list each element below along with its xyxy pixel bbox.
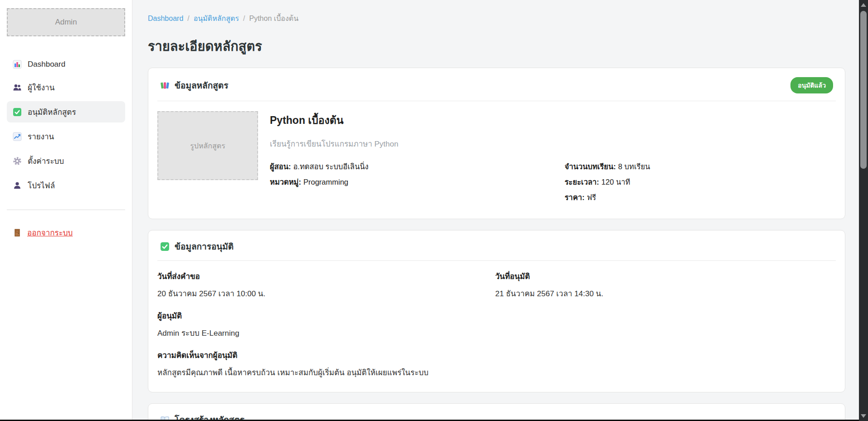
course-structure-card-header: โครงสร้างหลักสูตร [148, 404, 845, 421]
page-title: รายละเอียดหลักสูตร [148, 36, 845, 57]
request-date-value: 20 ธันวาคม 2567 เวลา 10:00 น. [157, 287, 495, 299]
approver-comment-value: หลักสูตรมีคุณภาพดี เนื้อหาครบถ้วน เหมาะส… [157, 366, 833, 378]
course-image-placeholder: รูปหลักสูตร [157, 111, 258, 180]
admin-logo-placeholder: Admin [7, 8, 125, 36]
approver-value: Admin ระบบ E-Learning [157, 327, 833, 339]
breadcrumb-link-course-approval[interactable]: อนุมัติหลักสูตร [194, 13, 239, 24]
sidebar-item-label: ผู้ใช้งาน [28, 81, 54, 93]
request-date-label: วันที่ส่งคำขอ [157, 270, 495, 282]
course-structure-card: โครงสร้างหลักสูตร [148, 403, 845, 421]
person-icon [13, 181, 22, 190]
approval-info-card: ข้อมูลการอนุมัติ วันที่ส่งคำขอ 20 ธันวาค… [148, 230, 845, 392]
course-field-price: ราคา:ฟรี [565, 191, 650, 203]
breadcrumb-separator: / [187, 15, 189, 23]
sidebar-item-course-approval[interactable]: อนุมัติหลักสูตร [7, 101, 125, 122]
logout-label: ออกจากระบบ [27, 226, 73, 239]
bar-chart-icon [13, 60, 22, 69]
approver-group: ผู้อนุมัติ Admin ระบบ E-Learning [157, 309, 833, 339]
logout-link[interactable]: ออกจากระบบ [7, 226, 125, 239]
course-description: เรียนรู้การเขียนโปรแกรมภาษา Python [270, 137, 833, 150]
vertical-scrollbar[interactable] [859, 0, 868, 421]
course-info-card: ข้อมูลหลักสูตร อนุมัติแล้ว รูปหลักสูตร P… [148, 68, 845, 219]
users-icon [13, 83, 22, 92]
course-field-duration: ระยะเวลา:120 นาที [565, 176, 650, 188]
door-icon [13, 228, 22, 237]
sidebar-item-settings[interactable]: ตั้งค่าระบบ [7, 150, 125, 171]
gear-icon [13, 157, 22, 166]
breadcrumb-separator: / [243, 15, 245, 23]
approve-date-label: วันที่อนุมัติ [495, 270, 833, 282]
course-field-category: หมวดหมู่:Programming [270, 176, 565, 188]
course-info-card-header: ข้อมูลหลักสูตร อนุมัติแล้ว [148, 68, 845, 101]
approver-comment-group: ความคิดเห็นจากผู้อนุมัติ หลักสูตรมีคุณภา… [157, 349, 833, 378]
sidebar-item-label: อนุมัติหลักสูตร [28, 106, 76, 118]
breadcrumb-current: Python เบื้องต้น [249, 13, 298, 24]
scrollbar-down-arrow-icon[interactable] [861, 414, 866, 418]
main-content: Dashboard / อนุมัติหลักสูตร / Python เบื… [133, 0, 859, 421]
course-image-placeholder-text: รูปหลักสูตร [190, 140, 225, 152]
admin-logo-text: Admin [55, 18, 77, 27]
course-field-instructor: ผู้สอน:อ.ทดสอบ ระบบอีเลินนิ่ง [270, 161, 565, 172]
sidebar-nav: Dashboard ผู้ใช้งาน อนุมัติหลักสูตร [7, 55, 125, 196]
sidebar-item-reports[interactable]: รายงาน [7, 126, 125, 147]
books-icon [160, 81, 170, 90]
course-field-lessons: จำนวนบทเรียน:8 บทเรียน [565, 161, 650, 172]
breadcrumb-link-dashboard[interactable]: Dashboard [148, 15, 183, 23]
sidebar-item-label: รายงาน [28, 130, 54, 142]
sidebar-item-dashboard[interactable]: Dashboard [7, 55, 125, 73]
sidebar-item-label: Dashboard [28, 60, 65, 69]
request-date-group: วันที่ส่งคำขอ 20 ธันวาคม 2567 เวลา 10:00… [157, 270, 495, 299]
breadcrumb: Dashboard / อนุมัติหลักสูตร / Python เบื… [148, 13, 845, 24]
line-chart-icon [13, 132, 22, 141]
scrollbar-thumb[interactable] [860, 11, 867, 169]
approve-date-group: วันที่อนุมัติ 21 ธันวาคม 2567 เวลา 14:30… [495, 270, 833, 299]
sidebar: Admin Dashboard [0, 0, 132, 421]
approve-date-value: 21 ธันวาคม 2567 เวลา 14:30 น. [495, 287, 833, 299]
course-title: Python เบื้องต้น [270, 112, 833, 128]
approval-info-card-header: ข้อมูลการอนุมัติ [148, 230, 845, 260]
check-icon [13, 108, 22, 117]
sidebar-item-users[interactable]: ผู้ใช้งาน [7, 77, 125, 98]
approval-info-card-title: ข้อมูลการอนุมัติ [175, 240, 234, 253]
sidebar-item-label: โปรไฟล์ [28, 179, 55, 191]
status-badge: อนุมัติแล้ว [790, 77, 833, 93]
sidebar-divider [7, 210, 125, 210]
approver-comment-label: ความคิดเห็นจากผู้อนุมัติ [157, 349, 833, 361]
scrollbar-up-arrow-icon[interactable] [861, 3, 866, 7]
sidebar-item-label: ตั้งค่าระบบ [28, 155, 64, 167]
approver-label: ผู้อนุมัติ [157, 309, 833, 322]
check-icon [160, 242, 170, 251]
sidebar-item-profile[interactable]: โปรไฟล์ [7, 175, 125, 196]
course-info-card-title: ข้อมูลหลักสูตร [175, 78, 228, 92]
